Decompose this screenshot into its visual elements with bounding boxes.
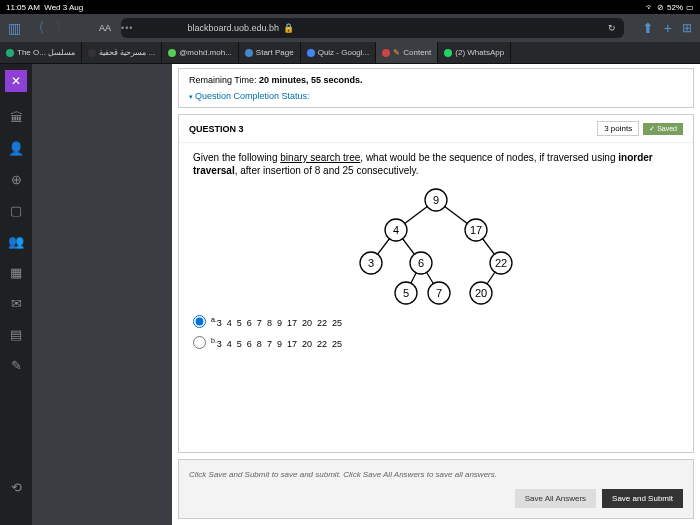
tabs-overview-icon[interactable]: ⊞ bbox=[682, 21, 692, 35]
radio-b[interactable] bbox=[193, 336, 206, 349]
edit-icon: ✎ bbox=[393, 48, 400, 57]
question-text: Given the following binary search tree, … bbox=[193, 151, 679, 177]
tab-0[interactable]: The O... مسلسل bbox=[0, 42, 82, 63]
svg-text:3: 3 bbox=[368, 257, 374, 269]
points-label: 3 points bbox=[597, 121, 639, 136]
forward-icon: 〉 bbox=[55, 19, 69, 37]
globe-icon bbox=[6, 49, 14, 57]
footer-hint: Click Save and Submit to save and submit… bbox=[189, 470, 683, 479]
question-box: QUESTION 3 3 points ✓ Saved Given the fo… bbox=[178, 114, 694, 453]
tab-icon bbox=[168, 49, 176, 57]
url-bar[interactable]: ••• blackboard.uob.edu.bh 🔒 ↻ bbox=[121, 18, 624, 38]
completion-status-toggle[interactable]: Question Completion Status: bbox=[189, 91, 683, 101]
wifi-icon: ᯤ bbox=[646, 3, 654, 12]
tab-1[interactable]: مسرحية قحفية ... bbox=[82, 42, 162, 63]
messages-icon[interactable]: ✉ bbox=[11, 296, 22, 311]
blackboard-icon bbox=[382, 49, 390, 57]
svg-text:7: 7 bbox=[436, 287, 442, 299]
svg-text:5: 5 bbox=[403, 287, 409, 299]
lock-icon: 🔒 bbox=[283, 23, 294, 33]
radio-a[interactable] bbox=[193, 315, 206, 328]
calendar-icon[interactable]: ▦ bbox=[10, 265, 22, 280]
quiz-panel: Remaining Time: 20 minutes, 55 seconds. … bbox=[172, 64, 700, 525]
status-date: Wed 3 Aug bbox=[44, 3, 83, 12]
courses-icon[interactable]: ▢ bbox=[10, 203, 22, 218]
tab-4[interactable]: Quiz - Googl... bbox=[301, 42, 377, 63]
whatsapp-icon bbox=[444, 49, 452, 57]
reload-icon[interactable]: ↻ bbox=[608, 23, 616, 33]
option-b[interactable]: b.3 4 5 6 8 7 9 17 20 22 25 bbox=[193, 336, 679, 349]
signout-icon[interactable]: ⟲ bbox=[11, 480, 22, 495]
institution-icon[interactable]: 🏛 bbox=[10, 110, 23, 125]
battery-pct: 52% bbox=[667, 3, 683, 12]
tab-icon bbox=[88, 49, 96, 57]
tab-2[interactable]: @mohd.moh... bbox=[162, 42, 239, 63]
new-tab-icon[interactable]: + bbox=[664, 20, 672, 36]
save-submit-button[interactable]: Save and Submit bbox=[602, 489, 683, 508]
close-button[interactable]: ✕ bbox=[5, 70, 27, 92]
option-a[interactable]: a.3 4 5 6 7 8 9 17 20 22 25 bbox=[193, 315, 679, 328]
svg-text:4: 4 bbox=[393, 224, 399, 236]
svg-text:20: 20 bbox=[475, 287, 487, 299]
sidebar-toggle-icon[interactable]: ▥ bbox=[8, 20, 21, 36]
browser-toolbar: ▥ 〈 〉 AA ••• blackboard.uob.edu.bh 🔒 ↻ ⬆… bbox=[0, 14, 700, 42]
battery-icon: ▭ bbox=[686, 3, 694, 12]
compass-icon bbox=[245, 49, 253, 57]
more-icon: ••• bbox=[121, 23, 133, 33]
profile-icon[interactable]: 👤 bbox=[8, 141, 24, 156]
share-icon[interactable]: ⬆ bbox=[642, 20, 654, 36]
tab-6[interactable]: (2) WhatsApp bbox=[438, 42, 511, 63]
save-all-button[interactable]: Save All Answers bbox=[515, 489, 596, 508]
text-size-button[interactable]: AA bbox=[99, 23, 111, 33]
submit-footer: Click Save and Submit to save and submit… bbox=[178, 459, 694, 519]
status-bar: 11:05 AM Wed 3 Aug ᯤ ⊘ 52% ▭ bbox=[0, 0, 700, 14]
tab-5[interactable]: ✎Content bbox=[376, 42, 438, 63]
organizations-icon[interactable]: 👥 bbox=[8, 234, 24, 249]
back-icon[interactable]: 〈 bbox=[31, 19, 45, 37]
svg-text:6: 6 bbox=[418, 257, 424, 269]
svg-text:9: 9 bbox=[433, 194, 439, 206]
tools-icon[interactable]: ✎ bbox=[11, 358, 22, 373]
url-text: blackboard.uob.edu.bh bbox=[187, 23, 279, 33]
timer-box: Remaining Time: 20 minutes, 55 seconds. … bbox=[178, 68, 694, 108]
orientation-lock-icon: ⊘ bbox=[657, 3, 664, 12]
svg-text:22: 22 bbox=[495, 257, 507, 269]
blackboard-sidebar: ✕ 🏛 👤 ⊕ ▢ 👥 ▦ ✉ ▤ ✎ ⟲ bbox=[0, 64, 32, 525]
tabs-bar: The O... مسلسل مسرحية قحفية ... @mohd.mo… bbox=[0, 42, 700, 64]
activity-icon[interactable]: ⊕ bbox=[11, 172, 22, 187]
saved-badge: ✓ Saved bbox=[643, 123, 683, 135]
svg-text:17: 17 bbox=[470, 224, 482, 236]
tab-3[interactable]: Start Page bbox=[239, 42, 301, 63]
status-time: 11:05 AM bbox=[6, 3, 40, 12]
google-icon bbox=[307, 49, 315, 57]
grades-icon[interactable]: ▤ bbox=[10, 327, 22, 342]
question-number: QUESTION 3 bbox=[189, 124, 244, 134]
binary-tree-diagram: 94 173 622 57 20 bbox=[331, 185, 541, 305]
